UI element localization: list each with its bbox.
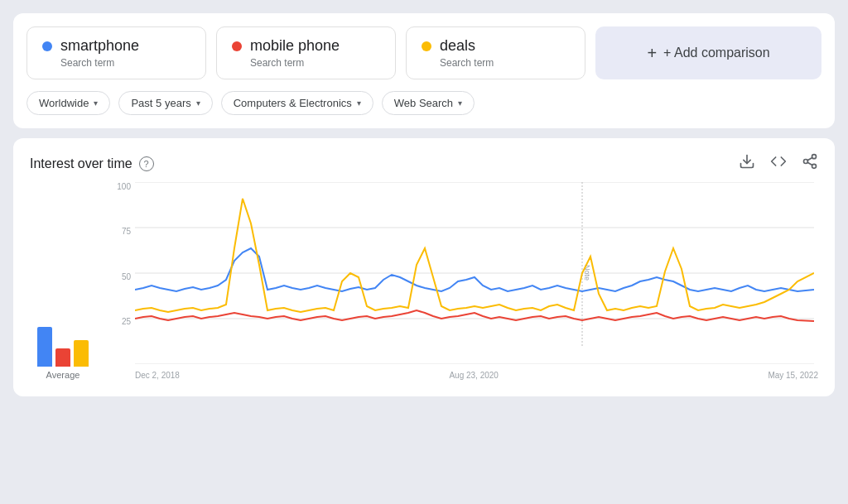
term-name-mobile-phone: mobile phone xyxy=(250,37,340,55)
filters-row: Worldwide ▾ Past 5 years ▾ Computers & E… xyxy=(26,91,822,115)
avg-bar-0 xyxy=(37,327,52,367)
y-label-100: 100 xyxy=(106,182,131,191)
average-section: Average xyxy=(30,317,96,380)
y-label-50: 50 xyxy=(106,272,131,281)
avg-bars xyxy=(37,317,89,367)
filter-btn-region[interactable]: Worldwide ▾ xyxy=(26,91,110,115)
term-type-mobile-phone: Search term xyxy=(250,57,380,69)
share-icon[interactable] xyxy=(802,153,818,174)
filter-btn-type[interactable]: Web Search ▾ xyxy=(382,91,475,115)
chevron-down-icon: ▾ xyxy=(94,98,98,108)
term-card-mobile-phone[interactable]: mobile phone Search term xyxy=(216,26,396,79)
chart-container: Average 100 75 50 25 xyxy=(30,182,818,380)
chevron-down-icon: ▾ xyxy=(458,98,462,108)
svg-line-5 xyxy=(807,157,812,160)
term-name-smartphone: smartphone xyxy=(60,37,139,55)
avg-label: Average xyxy=(46,370,80,380)
chart-section: Interest over time ? xyxy=(13,138,835,396)
chevron-down-icon: ▾ xyxy=(196,98,200,108)
filter-btn-category[interactable]: Computers & Electronics ▾ xyxy=(221,91,373,115)
term-card-smartphone[interactable]: smartphone Search term xyxy=(26,26,206,79)
add-comparison-label: + Add comparison xyxy=(663,46,770,60)
x-label-3: May 15, 2022 xyxy=(768,371,818,380)
term-name-deals: deals xyxy=(440,37,475,55)
embed-icon[interactable] xyxy=(770,153,787,174)
x-label-2: Aug 23, 2020 xyxy=(449,371,499,380)
chart-header: Interest over time ? xyxy=(30,153,818,174)
y-axis-labels: 100 75 50 25 xyxy=(106,182,131,362)
term-type-deals: Search term xyxy=(440,57,570,69)
chevron-down-icon: ▾ xyxy=(357,98,361,108)
filter-label-type: Web Search xyxy=(394,97,453,109)
avg-bar-2 xyxy=(74,340,89,367)
plus-icon: + xyxy=(647,44,657,63)
term-type-smartphone: Search term xyxy=(60,57,190,69)
chart-svg-wrapper: Note xyxy=(135,182,818,367)
term-card-deals[interactable]: deals Search term xyxy=(406,26,585,79)
filter-label-region: Worldwide xyxy=(39,97,89,109)
term-dot-mobile-phone xyxy=(232,41,242,51)
chart-actions xyxy=(739,153,818,174)
terms-row: smartphone Search term mobile phone Sear… xyxy=(26,26,822,79)
avg-bar-1 xyxy=(55,348,70,367)
chart-title: Interest over time xyxy=(30,156,132,171)
y-label-75: 75 xyxy=(106,227,131,236)
filter-label-time: Past 5 years xyxy=(131,97,190,109)
filter-btn-time[interactable]: Past 5 years ▾ xyxy=(118,91,212,115)
chart-title-area: Interest over time ? xyxy=(30,156,154,171)
top-section: smartphone Search term mobile phone Sear… xyxy=(13,13,835,128)
svg-line-4 xyxy=(807,162,812,165)
add-comparison-button[interactable]: + + Add comparison xyxy=(595,26,822,79)
help-icon[interactable]: ? xyxy=(139,156,154,171)
filter-label-category: Computers & Electronics xyxy=(234,97,352,109)
x-label-1: Dec 2, 2018 xyxy=(135,371,180,380)
term-dot-deals xyxy=(422,41,431,51)
term-dot-smartphone xyxy=(42,41,52,51)
download-icon[interactable] xyxy=(739,153,755,174)
x-axis-labels: Dec 2, 2018 Aug 23, 2020 May 15, 2022 xyxy=(135,371,818,380)
graph-area: 100 75 50 25 Note xyxy=(106,182,818,380)
y-label-25: 25 xyxy=(106,317,131,326)
